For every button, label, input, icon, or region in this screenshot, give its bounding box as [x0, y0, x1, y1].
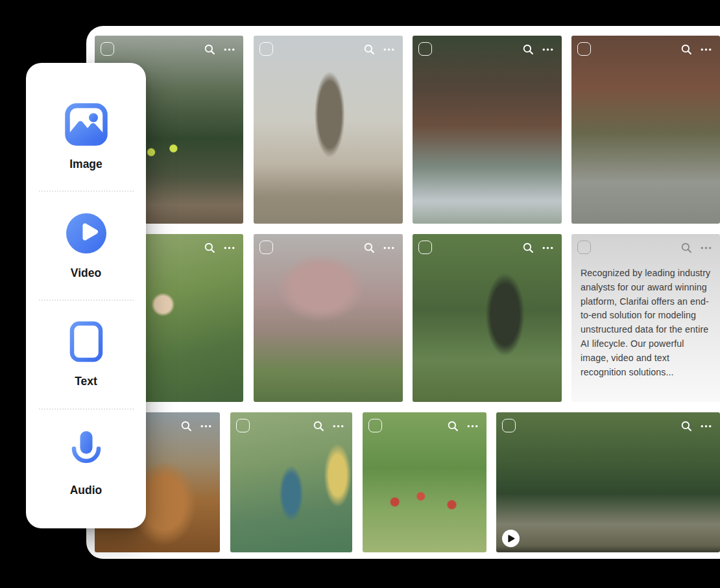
search-icon[interactable] [204, 242, 215, 253]
microphone-icon [65, 429, 108, 475]
select-checkbox[interactable] [418, 241, 432, 254]
sidebar-item-label: Audio [70, 484, 102, 497]
gallery-card-image[interactable] [254, 36, 403, 224]
search-icon[interactable] [313, 421, 324, 432]
search-icon[interactable] [523, 242, 534, 253]
gallery-card-image[interactable] [230, 412, 352, 552]
search-icon[interactable] [681, 44, 692, 55]
gallery-card-image[interactable] [413, 36, 562, 224]
search-icon[interactable] [681, 242, 692, 253]
more-options-icon[interactable] [224, 48, 235, 51]
sidebar-item-label: Image [69, 158, 102, 171]
divider [39, 408, 134, 410]
gallery-card-video[interactable] [496, 412, 720, 552]
search-icon[interactable] [204, 44, 215, 55]
select-checkbox[interactable] [502, 419, 516, 432]
page-background: Recognized by leading industry analysts … [0, 0, 720, 588]
gallery-card-image[interactable] [571, 36, 720, 224]
more-options-icon[interactable] [333, 425, 344, 428]
select-checkbox[interactable] [368, 419, 382, 432]
sidebar-item-text[interactable]: Text [66, 320, 106, 388]
gallery-card-image[interactable] [363, 412, 486, 552]
select-checkbox[interactable] [236, 419, 250, 432]
video-icon [65, 212, 108, 257]
select-checkbox[interactable] [259, 241, 273, 254]
more-options-icon[interactable] [701, 48, 712, 51]
select-checkbox[interactable] [577, 241, 591, 254]
more-options-icon[interactable] [200, 425, 211, 428]
more-options-icon[interactable] [383, 48, 394, 51]
sidebar-item-audio[interactable]: Audio [65, 429, 108, 497]
more-options-icon[interactable] [542, 246, 553, 250]
media-type-sidebar: Image Video [26, 63, 146, 528]
more-options-icon[interactable] [701, 425, 712, 428]
search-icon[interactable] [364, 242, 375, 253]
select-checkbox[interactable] [259, 42, 273, 56]
more-options-icon[interactable] [701, 246, 712, 250]
sidebar-item-video[interactable]: Video [65, 212, 108, 280]
gallery-card-image[interactable] [254, 234, 403, 402]
search-icon[interactable] [523, 44, 534, 55]
image-icon [65, 103, 108, 148]
play-icon[interactable] [502, 530, 520, 547]
divider [39, 300, 134, 301]
more-options-icon[interactable] [383, 246, 394, 250]
gallery-card-image[interactable] [413, 234, 562, 402]
sidebar-item-label: Text [75, 375, 97, 388]
select-checkbox[interactable] [418, 42, 432, 56]
divider [39, 191, 134, 192]
select-checkbox[interactable] [577, 42, 591, 56]
sidebar-item-label: Video [71, 266, 101, 280]
text-icon [66, 320, 106, 366]
search-icon[interactable] [181, 421, 192, 432]
sidebar-item-image[interactable]: Image [65, 103, 108, 171]
search-icon[interactable] [681, 421, 692, 432]
search-icon[interactable] [448, 421, 459, 432]
select-checkbox[interactable] [101, 42, 114, 56]
gallery-card-text[interactable]: Recognized by leading industry analysts … [571, 234, 720, 402]
more-options-icon[interactable] [224, 246, 235, 250]
more-options-icon[interactable] [467, 425, 478, 428]
text-snippet: Recognized by leading industry analysts … [581, 266, 713, 379]
search-icon[interactable] [364, 44, 375, 55]
more-options-icon[interactable] [542, 48, 553, 51]
